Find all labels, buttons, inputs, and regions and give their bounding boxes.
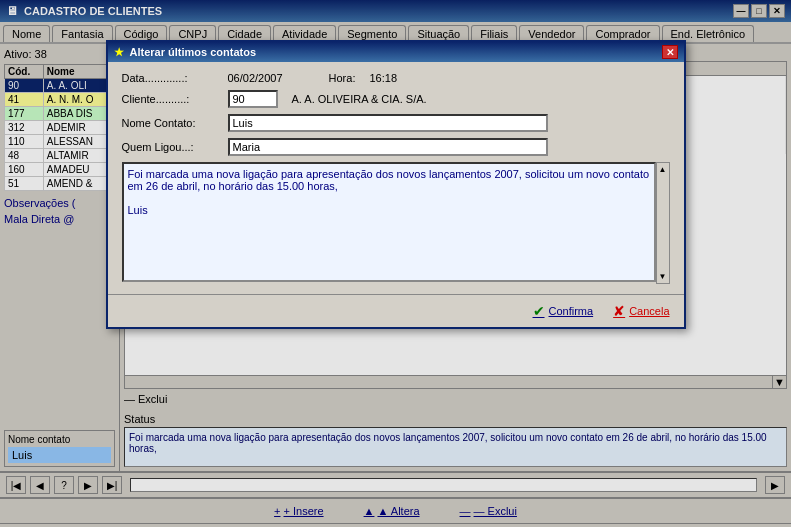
modal-textarea[interactable]: Foi marcada uma nova ligação para aprese… bbox=[122, 162, 656, 282]
crossmark-icon: ✘ bbox=[613, 303, 625, 319]
modal-date-row: Data.............: 06/02/2007 Hora: 16:1… bbox=[122, 72, 670, 84]
cliente-label: Cliente..........: bbox=[122, 93, 222, 105]
modal-title-bar: ★ Alterar últimos contatos ✕ bbox=[108, 42, 684, 62]
modal-nome-contato-row: Nome Contato: bbox=[122, 114, 670, 132]
modal-cliente-row: Cliente..........: A. A. OLIVEIRA & CIA.… bbox=[122, 90, 670, 108]
modal-star-icon: ★ bbox=[114, 46, 124, 59]
cliente-nome: A. A. OLIVEIRA & CIA. S/A. bbox=[292, 93, 427, 105]
cliente-cod-input[interactable] bbox=[228, 90, 278, 108]
hora-label: Hora: bbox=[329, 72, 356, 84]
cancel-button[interactable]: ✘ Cancela bbox=[613, 303, 669, 319]
nome-contato-input[interactable] bbox=[228, 114, 548, 132]
modal-body: Data.............: 06/02/2007 Hora: 16:1… bbox=[108, 62, 684, 294]
checkmark-icon: ✔ bbox=[533, 303, 545, 319]
date-value: 06/02/2007 bbox=[228, 72, 283, 84]
modal-quem-ligou-row: Quem Ligou...: bbox=[122, 138, 670, 156]
modal-textarea-container: Foi marcada uma nova ligação para aprese… bbox=[122, 162, 670, 284]
modal-footer: ✔ Confirma ✘ Cancela bbox=[108, 294, 684, 327]
confirm-button[interactable]: ✔ Confirma bbox=[533, 303, 594, 319]
modal-title: Alterar últimos contatos bbox=[130, 46, 257, 58]
modal-close-button[interactable]: ✕ bbox=[662, 45, 678, 59]
quem-ligou-input[interactable] bbox=[228, 138, 548, 156]
modal-overlay: ★ Alterar últimos contatos ✕ Data.......… bbox=[0, 0, 791, 527]
hora-value: 16:18 bbox=[369, 72, 397, 84]
quem-ligou-label: Quem Ligou...: bbox=[122, 141, 222, 153]
nome-contato-label: Nome Contato: bbox=[122, 117, 222, 129]
date-label: Data.............: bbox=[122, 72, 222, 84]
textarea-scrollbar[interactable]: ▲ ▼ bbox=[656, 162, 670, 284]
modal-dialog: ★ Alterar últimos contatos ✕ Data.......… bbox=[106, 40, 686, 329]
